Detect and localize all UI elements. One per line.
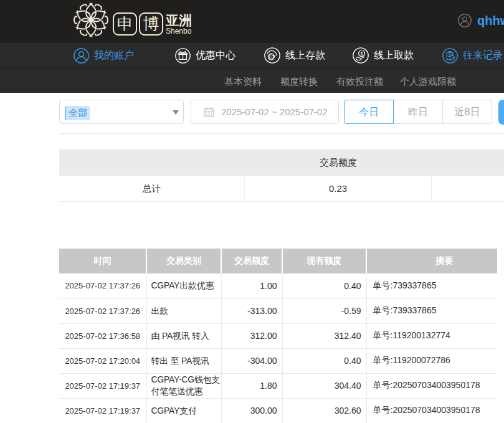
svg-text:$: $ xyxy=(361,51,364,57)
